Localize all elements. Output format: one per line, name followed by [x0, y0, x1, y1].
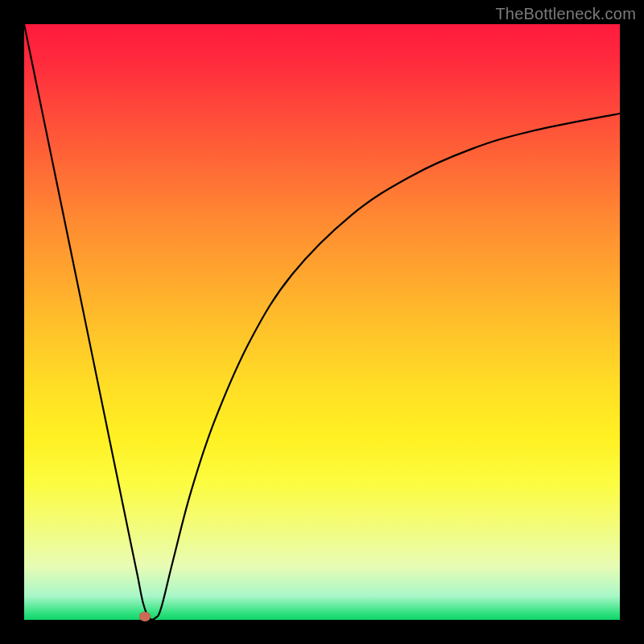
curve-path	[24, 24, 620, 620]
watermark-text: TheBottleneck.com	[495, 5, 636, 23]
chart-frame: TheBottleneck.com	[0, 0, 644, 644]
optimal-point-marker	[139, 612, 151, 621]
bottleneck-curve	[24, 24, 620, 620]
plot-area	[24, 24, 620, 620]
